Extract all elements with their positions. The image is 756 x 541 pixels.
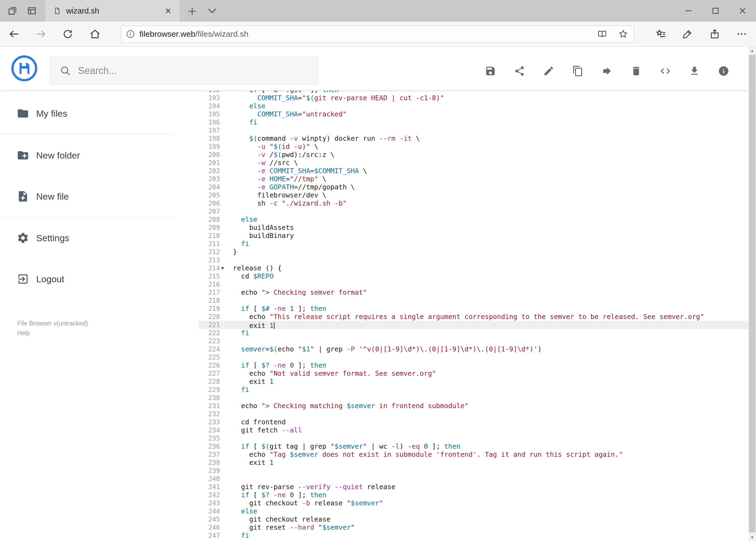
hub-favorites-icon[interactable]: [651, 24, 671, 44]
code-line[interactable]: 236 if [ $(git tag | grep "$semver" | wc…: [199, 442, 748, 450]
raw-code-button[interactable]: [657, 62, 674, 80]
address-bar[interactable]: filebrowser.web/files/wizard.sh: [121, 26, 634, 42]
maximize-button[interactable]: [702, 0, 729, 22]
code-line[interactable]: 221 exit 1: [199, 321, 748, 329]
code-line[interactable]: 208 else: [199, 216, 748, 224]
scrollbar[interactable]: ▲ ▼: [748, 47, 756, 541]
forward-button[interactable]: [31, 24, 51, 44]
scroll-down-icon[interactable]: ▼: [748, 533, 756, 541]
code-line[interactable]: 246 git reset --hard "$semver": [199, 523, 748, 532]
fold-marker-icon[interactable]: ▾: [221, 264, 224, 272]
code-line[interactable]: 218: [199, 296, 748, 305]
code-line[interactable]: 230: [199, 394, 748, 402]
code-line[interactable]: 225: [199, 353, 748, 361]
code-line[interactable]: 240: [199, 475, 748, 483]
code-line[interactable]: 234 git fetch --all: [199, 426, 748, 434]
copy-button[interactable]: [569, 62, 587, 80]
download-button[interactable]: [686, 62, 703, 80]
code-line[interactable]: 205 filebrowser/dev \: [199, 191, 748, 199]
new-tab-button[interactable]: [187, 6, 197, 17]
refresh-button[interactable]: [58, 24, 78, 44]
delete-button[interactable]: [628, 62, 645, 80]
code-line[interactable]: 198 $(command -v winpty) docker run --rm…: [199, 135, 748, 143]
code-line[interactable]: 203 -e HOME="//tmp" \: [199, 175, 748, 183]
edit-button[interactable]: [540, 62, 557, 80]
scrollbar-thumb[interactable]: [749, 55, 755, 532]
code-line[interactable]: 242 if [ $? -ne 0 ]; then: [199, 491, 748, 499]
sidebar-item-new-folder[interactable]: New folder: [0, 145, 189, 166]
code-line[interactable]: 239: [199, 467, 748, 475]
code-line[interactable]: 197: [199, 126, 748, 135]
close-button[interactable]: [729, 0, 756, 22]
code-line[interactable]: 226 if [ $? -ne 0 ]; then: [199, 361, 748, 369]
code-line[interactable]: 243 git checkout -b release "$semver": [199, 499, 748, 507]
save-button[interactable]: [482, 62, 499, 80]
browser-tab[interactable]: wizard.sh ×: [45, 0, 180, 22]
code-line[interactable]: 200 -v /$(pwd):/src:z \: [199, 151, 748, 159]
code-line[interactable]: 228 exit 1: [199, 377, 748, 386]
move-button[interactable]: [599, 62, 616, 80]
search-box[interactable]: [50, 57, 319, 85]
tab-close-icon[interactable]: ×: [162, 5, 174, 17]
code-line[interactable]: 235: [199, 434, 748, 442]
code-line[interactable]: 224 semver=$(echo "$1" | grep -P '^v(0|[…: [199, 345, 748, 353]
sidebar-item-my-files[interactable]: My files: [0, 103, 189, 124]
code-line[interactable]: 204 -e GOPATH=//tmp/gopath \: [199, 183, 748, 191]
code-line[interactable]: 229 fi: [199, 386, 748, 394]
sidebar-item-logout[interactable]: Logout: [0, 268, 189, 290]
search-input[interactable]: [78, 65, 295, 77]
code-line[interactable]: 196 fi: [199, 118, 748, 126]
help-link[interactable]: Help: [17, 328, 88, 338]
more-menu-icon[interactable]: [731, 24, 752, 44]
code-line[interactable]: 199 -u "$(id -u)" \: [199, 143, 748, 151]
home-button[interactable]: [85, 24, 105, 44]
code-line[interactable]: 192 if [ -d ".git" ]; then: [199, 90, 748, 94]
code-line[interactable]: 237 echo "Tag $semver does not exist in …: [199, 450, 748, 459]
tabs-set-aside-icon[interactable]: [8, 6, 17, 16]
code-line[interactable]: 209 buildAssets: [199, 224, 748, 232]
code-line[interactable]: 216: [199, 280, 748, 288]
code-line[interactable]: 219 if [ $# -ne 1 ]; then: [199, 305, 748, 313]
minimize-button[interactable]: [675, 0, 702, 22]
share-button[interactable]: [511, 62, 528, 80]
code-line[interactable]: 210 buildBinary: [199, 232, 748, 240]
code-line[interactable]: 232: [199, 410, 748, 418]
code-line[interactable]: 241 git rev-parse --verify --quiet relea…: [199, 483, 748, 491]
code-line[interactable]: 195 COMMIT_SHA="untracked": [199, 110, 748, 118]
code-line[interactable]: 206 sh -c "./wizard.sh -b": [199, 199, 748, 208]
code-line[interactable]: 201 -w //src \: [199, 159, 748, 167]
code-line[interactable]: 245 git checkout release: [199, 515, 748, 523]
code-line[interactable]: 212}: [199, 248, 748, 256]
code-line[interactable]: 214▾release () {: [199, 264, 748, 272]
code-line[interactable]: 223: [199, 337, 748, 345]
code-line[interactable]: 193 COMMIT_SHA="$(git rev-parse HEAD | c…: [199, 94, 748, 102]
code-line[interactable]: 215 cd $REPO: [199, 272, 748, 280]
code-line[interactable]: 220 echo "This release script requires a…: [199, 313, 748, 321]
code-line[interactable]: 244 else: [199, 507, 748, 515]
code-line[interactable]: 247 fi: [199, 532, 748, 540]
code-line[interactable]: 238 exit 1: [199, 459, 748, 467]
code-line[interactable]: 194 else: [199, 102, 748, 110]
code-line[interactable]: 202 -e COMMIT_SHA=$COMMIT_SHA \: [199, 167, 748, 175]
web-note-pen-icon[interactable]: [677, 24, 698, 44]
code-editor[interactable]: 192 if [ -d ".git" ]; then193 COMMIT_SHA…: [199, 90, 748, 541]
share-page-icon[interactable]: [704, 24, 725, 44]
code-line[interactable]: 227 echo "Not valid semver format. See s…: [199, 369, 748, 377]
reading-view-icon[interactable]: [597, 29, 607, 39]
info-button[interactable]: [715, 62, 732, 80]
site-info-icon[interactable]: [126, 29, 135, 39]
code-line[interactable]: 233 cd frontend: [199, 418, 748, 426]
back-button[interactable]: [4, 24, 24, 44]
sidebar-item-settings[interactable]: Settings: [0, 227, 189, 249]
code-line[interactable]: 222 fi: [199, 329, 748, 337]
tabs-preview-icon[interactable]: [27, 6, 37, 16]
sidebar-item-new-file[interactable]: New file: [0, 186, 189, 207]
tab-list-chevron-icon[interactable]: [207, 8, 217, 15]
code-line[interactable]: 207: [199, 208, 748, 216]
code-line[interactable]: 217 echo "> Checking semver format": [199, 288, 748, 296]
app-logo[interactable]: [11, 55, 38, 82]
code-line[interactable]: 231 echo "> Checking matching $semver in…: [199, 402, 748, 410]
code-line[interactable]: 211 fi: [199, 240, 748, 248]
favorite-star-icon[interactable]: [618, 29, 629, 39]
code-line[interactable]: 213: [199, 256, 748, 264]
